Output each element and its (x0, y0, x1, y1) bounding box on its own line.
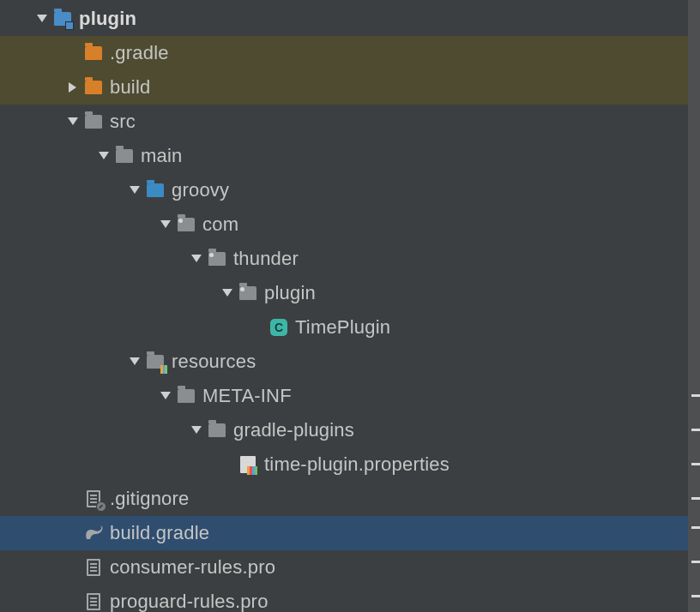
excluded-folder-icon (84, 78, 103, 97)
tree-label: plugin (264, 282, 316, 304)
gutter-mark[interactable] (691, 463, 700, 465)
svg-marker-2 (68, 117, 78, 125)
tree-label: time-plugin.properties (264, 453, 450, 476)
tree-row-build-gradle[interactable]: build.gradle (0, 516, 700, 550)
tree-label: com (202, 213, 238, 236)
tree-label: META-INF (202, 385, 292, 407)
tree-row-dot-gradle[interactable]: .gradle (0, 36, 700, 70)
gutter-mark[interactable] (691, 429, 700, 431)
tree-label: consumer-rules.pro (110, 556, 275, 579)
module-folder-icon (53, 9, 72, 28)
tree-row-thunder[interactable]: thunder (0, 242, 700, 276)
svg-marker-5 (160, 220, 171, 228)
svg-marker-3 (99, 152, 109, 159)
gitignore-file-icon (84, 489, 103, 508)
tree-label: .gitignore (110, 488, 190, 510)
tree-label: thunder (233, 248, 299, 270)
chevron-down-icon[interactable] (31, 15, 53, 23)
tree-row-gradle-plugins[interactable]: gradle-plugins (0, 413, 700, 447)
tree-label: plugin (79, 8, 136, 30)
gutter-mark[interactable] (691, 595, 700, 597)
tree-row-src[interactable]: src (0, 105, 700, 139)
package-icon (208, 249, 226, 268)
tree-row-groovy[interactable]: groovy (0, 173, 700, 207)
chevron-right-icon[interactable] (62, 82, 84, 93)
tree-row-meta-inf[interactable]: META-INF (0, 379, 700, 413)
tree-row-com[interactable]: com (0, 207, 700, 242)
svg-marker-4 (130, 186, 140, 194)
svg-marker-10 (191, 426, 202, 434)
gutter-mark[interactable] (691, 497, 700, 500)
gradle-file-icon (84, 525, 103, 541)
folder-icon (84, 112, 103, 131)
tree-label: src (110, 111, 136, 133)
project-tree: plugin .gradle build src (0, 0, 700, 612)
text-file-icon (84, 592, 103, 611)
package-icon (238, 284, 257, 303)
tree-label: TimePlugin (295, 316, 390, 339)
package-icon (177, 215, 196, 234)
chevron-down-icon[interactable] (124, 357, 146, 366)
svg-marker-7 (222, 289, 232, 297)
tree-row-main[interactable]: main (0, 139, 700, 173)
tree-row-resources[interactable]: resources (0, 345, 700, 379)
text-file-icon (84, 558, 103, 577)
tree-label: main (141, 145, 183, 167)
folder-icon (177, 387, 196, 405)
properties-file-icon (238, 455, 257, 474)
chevron-down-icon[interactable] (185, 255, 208, 263)
class-file-icon: C (269, 318, 288, 337)
tree-label: .gradle (110, 42, 169, 64)
svg-marker-9 (160, 392, 171, 399)
chevron-down-icon[interactable] (185, 426, 208, 435)
svg-marker-0 (37, 15, 47, 22)
tree-row-build[interactable]: build (0, 70, 700, 105)
tree-label: build.gradle (110, 522, 209, 544)
folder-icon (208, 421, 226, 440)
gutter-mark[interactable] (691, 526, 700, 529)
tree-label: build (110, 76, 150, 99)
tree-row-time-plugin-properties[interactable]: time-plugin.properties (0, 447, 700, 482)
resources-folder-icon (146, 352, 165, 371)
chevron-down-icon[interactable] (124, 186, 146, 195)
tree-row-proguard-rules[interactable]: proguard-rules.pro (0, 585, 700, 612)
gutter-mark[interactable] (691, 561, 700, 563)
tree-label: proguard-rules.pro (110, 591, 269, 612)
chevron-down-icon[interactable] (62, 117, 84, 126)
tree-row-timeplugin[interactable]: C TimePlugin (0, 310, 700, 345)
chevron-down-icon[interactable] (216, 289, 238, 297)
source-folder-icon (146, 181, 165, 200)
folder-icon (115, 147, 134, 165)
tree-label: groovy (172, 179, 229, 201)
tree-row-gitignore[interactable]: .gitignore (0, 482, 700, 516)
chevron-down-icon[interactable] (154, 392, 177, 400)
tree-row-consumer-rules[interactable]: consumer-rules.pro (0, 550, 700, 585)
gutter-mark[interactable] (691, 394, 700, 397)
tree-label: gradle-plugins (233, 419, 354, 441)
chevron-down-icon[interactable] (93, 152, 115, 160)
chevron-down-icon[interactable] (154, 220, 177, 229)
tree-row-plugin[interactable]: plugin (0, 2, 700, 36)
svg-marker-1 (69, 82, 76, 93)
svg-marker-8 (130, 357, 140, 365)
excluded-folder-icon (84, 44, 103, 63)
svg-marker-6 (191, 255, 202, 262)
editor-gutter (688, 0, 700, 612)
tree-label: resources (172, 351, 256, 373)
tree-row-plugin-package[interactable]: plugin (0, 276, 700, 310)
